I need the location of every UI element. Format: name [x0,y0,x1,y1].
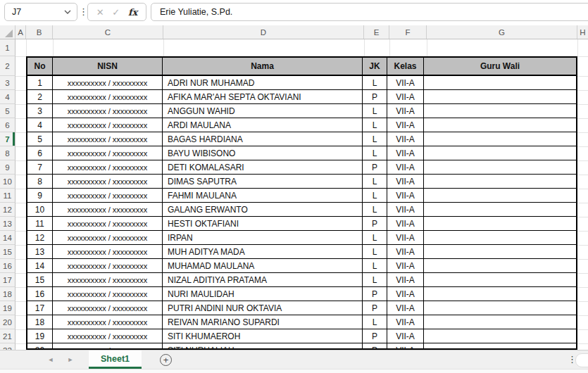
cell-no[interactable]: 1 [27,76,53,89]
cell-guru-wali[interactable] [424,90,576,103]
table-row[interactable]: 10xxxxxxxxxx / xxxxxxxxxGALANG ERWANTOLV… [27,203,576,217]
row-header-14[interactable]: 14 [0,231,15,245]
cell-guru-wali[interactable] [424,132,576,146]
table-row[interactable]: 13xxxxxxxxxx / xxxxxxxxxMUH ADITYA MADAL… [27,245,576,259]
cell-no[interactable]: 12 [27,231,53,244]
cell-nama[interactable]: BAYU WIBISONO [163,146,363,160]
table-row[interactable]: 8xxxxxxxxxx / xxxxxxxxxDIMAS SAPUTRALVII… [27,175,576,189]
cell-nisn[interactable]: xxxxxxxxxx / xxxxxxxxx [53,301,163,315]
row-header-16[interactable]: 16 [0,259,15,273]
cell-nama[interactable]: ARDI MAULANA [163,118,363,132]
row-header-7[interactable]: 7 [0,132,15,146]
row-header-6[interactable]: 6 [0,118,15,132]
cell-nisn[interactable]: xxxxxxxxxx / xxxxxxxxx [53,118,163,132]
column-header-c[interactable]: C [53,25,163,39]
cell-guru-wali[interactable] [424,231,576,244]
row-header-9[interactable]: 9 [0,160,15,175]
cell-no[interactable]: 16 [27,287,53,301]
cell-nama[interactable]: SITI NURHALIAH [163,343,363,350]
cell-nama[interactable]: DETI KOMALASARI [163,160,363,174]
cell-guru-wali[interactable] [424,160,576,174]
cell-guru-wali[interactable] [424,189,576,202]
cell-jk[interactable]: L [363,259,387,272]
row-header-10[interactable]: 10 [0,175,15,189]
row-header-4[interactable]: 4 [0,90,15,104]
sheet-grid[interactable]: 12345678910111213141516171819202122 NoNI… [0,39,588,350]
cell-nama[interactable]: GALANG ERWANTO [163,203,363,216]
cell-guru-wali[interactable] [424,146,576,160]
cell-nama[interactable]: PUTRI ANDINI NUR OKTAVIA [163,301,363,315]
cell-nisn[interactable]: xxxxxxxxxx / xxxxxxxxx [53,287,163,301]
cell-jk[interactable]: P [363,301,387,315]
cell-kelas[interactable]: VII-A [387,118,424,132]
table-row[interactable]: 2xxxxxxxxxx / xxxxxxxxxAFIKA MAR'AH SEPT… [27,90,576,104]
cell-nisn[interactable]: xxxxxxxxxx / xxxxxxxxx [53,189,163,202]
row-header-18[interactable]: 18 [0,287,15,301]
cell-guru-wali[interactable] [424,259,576,272]
cell-guru-wali[interactable] [424,301,576,315]
cell-nama[interactable]: BAGAS HARDIANA [163,132,363,146]
row-header-15[interactable]: 15 [0,245,15,259]
column-header-b[interactable]: B [26,25,53,39]
formula-input[interactable]: Erie Yuliatie, S.Pd. [151,3,588,21]
cell-jk[interactable]: L [363,189,387,202]
cell-no[interactable]: 15 [27,273,53,286]
table-row[interactable]: 16xxxxxxxxxx / xxxxxxxxxNURI MAULIDAHPVI… [27,287,576,301]
cell-nisn[interactable]: xxxxxxxxxx / xxxxxxxxx [53,217,163,230]
cell-kelas[interactable]: VII-A [387,329,424,343]
cell-nisn[interactable]: xxxxxxxxxx / xxxxxxxxx [53,160,163,174]
cell-nisn[interactable]: xxxxxxxxxx / xxxxxxxxx [53,146,163,160]
cell-no[interactable]: 14 [27,259,53,272]
cell-kelas[interactable]: VII-A [387,189,424,202]
cell-jk[interactable]: L [363,315,387,329]
cell-guru-wali[interactable] [424,245,576,258]
cell-kelas[interactable]: VII-A [387,273,424,286]
cell-kelas[interactable]: VII-A [387,160,424,174]
table-row[interactable]: 7xxxxxxxxxx / xxxxxxxxxDETI KOMALASARIPV… [27,160,576,175]
cell-jk[interactable]: L [363,118,387,132]
cell-nama[interactable]: NURI MAULIDAH [163,287,363,301]
cell-nama[interactable]: IRPAN [163,231,363,244]
cell-no[interactable]: 18 [27,315,53,329]
cell-guru-wali[interactable] [424,118,576,132]
cell-jk[interactable]: L [363,76,387,89]
table-row[interactable]: 19xxxxxxxxxx / xxxxxxxxxSITI KHUMAEROHPV… [27,329,576,343]
cell-no[interactable]: 5 [27,132,53,146]
row-header-1[interactable]: 1 [0,39,15,56]
row-header-3[interactable]: 3 [0,76,15,90]
cell-no[interactable]: 3 [27,104,53,118]
cell-jk[interactable]: P [363,90,387,103]
cell-jk[interactable]: L [363,175,387,188]
cell-jk[interactable]: L [363,203,387,216]
cell-guru-wali[interactable] [424,203,576,216]
cell-nama[interactable]: ANGGUN WAHID [163,104,363,118]
cell-no[interactable]: 4 [27,118,53,132]
row-header-5[interactable]: 5 [0,104,15,118]
cell-nama[interactable]: REIVAN MARIANO SUPARDI [163,315,363,329]
cell-nisn[interactable]: xxxxxxxxxx / xxxxxxxxx [53,245,163,258]
column-header-g[interactable]: G [427,25,577,39]
table-row[interactable]: 11xxxxxxxxxx / xxxxxxxxxHESTI OKTAFIANIP… [27,217,576,231]
cell-nisn[interactable]: xxxxxxxxxx / xxxxxxxxx [53,132,163,146]
cell-jk[interactable]: L [363,146,387,160]
add-sheet-button[interactable]: + [160,354,172,366]
cell-no[interactable]: 13 [27,245,53,258]
cell-nisn[interactable]: xxxxxxxxxx / xxxxxxxxx [53,90,163,103]
cell-nisn[interactable]: xxxxxxxxxx / xxxxxxxxx [53,231,163,244]
column-header-h[interactable]: H [577,25,588,39]
cell-kelas[interactable]: VII-A [387,146,424,160]
cell-kelas[interactable]: VII-A [387,301,424,315]
name-box[interactable]: J7 [4,3,77,21]
cell-jk[interactable]: P [363,343,387,350]
cell-jk[interactable]: L [363,245,387,258]
table-row[interactable]: 15xxxxxxxxxx / xxxxxxxxxNIZAL ADITIYA PR… [27,273,576,287]
cell-no[interactable]: 9 [27,189,53,202]
cell-no[interactable]: 6 [27,146,53,160]
confirm-icon[interactable]: ✓ [112,7,120,18]
row-header-12[interactable]: 12 [0,203,15,217]
cell-nisn[interactable]: xxxxxxxxxx / xxxxxxxxx [53,175,163,188]
table-row[interactable]: 1xxxxxxxxxx / xxxxxxxxxADRI NUR MUHAMADL… [27,76,576,90]
cell-guru-wali[interactable] [424,76,576,89]
cell-nisn[interactable]: xxxxxxxxxx / xxxxxxxxx [53,273,163,286]
cell-guru-wali[interactable] [424,329,576,343]
